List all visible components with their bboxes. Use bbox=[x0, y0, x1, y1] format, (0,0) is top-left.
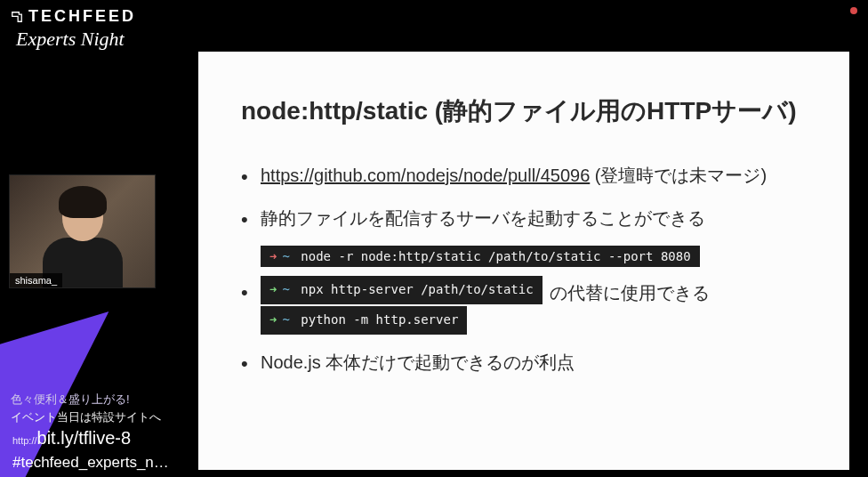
prompt-tilde-icon: ~ bbox=[282, 312, 289, 327]
bullet-list: https://github.com/nodejs/node/pull/4509… bbox=[241, 160, 807, 377]
command-example-1: ➜~ node -r node:http/static /path/to/sta… bbox=[261, 246, 807, 267]
bullet-advantage: Node.js 本体だけで起動できるのが利点 bbox=[241, 347, 807, 377]
terminal-line: ➜~ npx http-server /path/to/static bbox=[261, 276, 542, 304]
prompt-arrow-icon: ➜ bbox=[269, 249, 277, 263]
alternative-commands: ➜~ npx http-server /path/to/static ➜~ py… bbox=[261, 276, 542, 335]
merge-status-note: (登壇時では未マージ) bbox=[590, 166, 767, 185]
alternative-suffix: の代替に使用できる bbox=[550, 278, 710, 308]
url-scheme: http:// bbox=[12, 435, 37, 446]
promo-line-2: イベント当日は特設サイトへ bbox=[11, 408, 161, 426]
github-pr-link[interactable]: https://github.com/nodejs/node/pull/4509… bbox=[261, 166, 590, 185]
url-main: bit.ly/tflive-8 bbox=[37, 428, 132, 448]
promo-line-1: 色々便利＆盛り上がる! bbox=[11, 391, 161, 408]
stream-header: TECHFEED Experts Night bbox=[11, 7, 136, 51]
command-text: npx http-server /path/to/static bbox=[301, 282, 533, 296]
prompt-arrow-icon: ➜ bbox=[269, 282, 277, 296]
techfeed-icon bbox=[11, 11, 23, 23]
command-text: node -r node:http/static /path/to/static… bbox=[301, 249, 690, 263]
promo-text: 色々便利＆盛り上がる! イベント当日は特設サイトへ bbox=[11, 391, 161, 425]
prompt-tilde-icon: ~ bbox=[282, 282, 289, 296]
bullet-github-link: https://github.com/nodejs/node/pull/4509… bbox=[241, 160, 807, 190]
brand-logo: TECHFEED bbox=[11, 7, 136, 26]
terminal-line: ➜~ python -m http.server bbox=[261, 306, 467, 335]
presentation-slide: node:http/static (静的ファイル用のHTTPサーバ) https… bbox=[198, 52, 849, 470]
prompt-arrow-icon: ➜ bbox=[269, 312, 277, 327]
event-subtitle: Experts Night bbox=[16, 28, 136, 51]
speaker-webcam: shisama_ bbox=[9, 174, 156, 288]
terminal-line: ➜~ node -r node:http/static /path/to/sta… bbox=[261, 246, 700, 267]
recording-indicator-icon bbox=[850, 7, 857, 14]
promo-link[interactable]: http://bit.ly/tflive-8 bbox=[12, 428, 131, 449]
bullet-alternative: ➜~ npx http-server /path/to/static ➜~ py… bbox=[241, 276, 807, 335]
prompt-tilde-icon: ~ bbox=[282, 249, 289, 263]
command-text: python -m http.server bbox=[301, 312, 458, 327]
brand-name: TECHFEED bbox=[28, 7, 136, 26]
bullet-description: 静的ファイルを配信するサーバを起動することができる bbox=[241, 203, 807, 233]
hashtag: #techfeed_experts_n… bbox=[12, 454, 169, 472]
speaker-name-label: shisama_ bbox=[10, 273, 62, 287]
slide-title: node:http/static (静的ファイル用のHTTPサーバ) bbox=[241, 94, 807, 128]
